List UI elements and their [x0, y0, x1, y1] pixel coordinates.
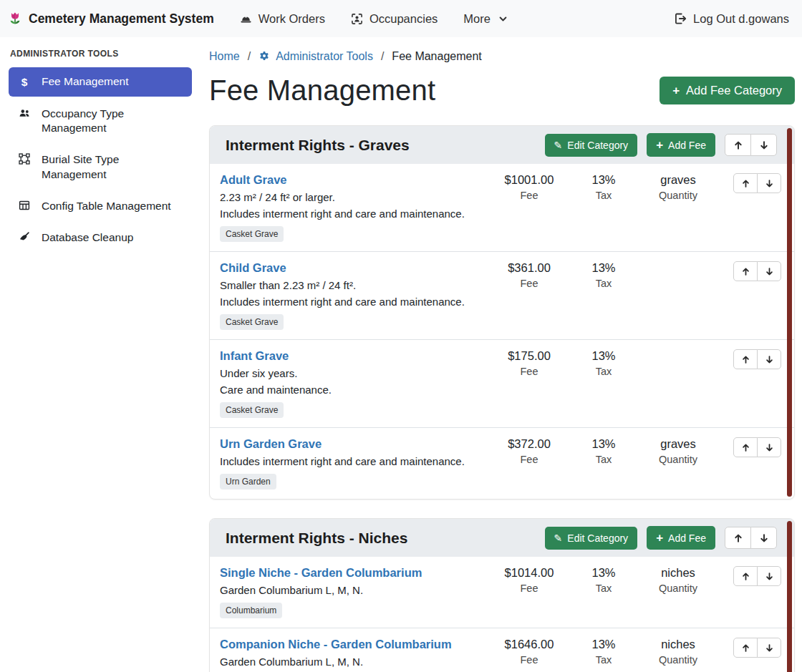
- arrow-up-icon: [741, 179, 750, 188]
- move-fee-up-button[interactable]: [733, 566, 758, 586]
- move-fee-down-button[interactable]: [757, 437, 781, 457]
- fee-row: Urn Garden Grave Includes interment righ…: [210, 427, 794, 499]
- card-scrollbar[interactable]: [787, 521, 792, 672]
- arrow-down-icon: [765, 179, 774, 188]
- move-fee-up-button[interactable]: [733, 638, 758, 658]
- card-scrollbar[interactable]: [787, 128, 792, 497]
- move-fee-down-button[interactable]: [757, 349, 781, 369]
- move-category-down-button[interactable]: [750, 134, 777, 156]
- move-fee-down-button[interactable]: [757, 261, 781, 281]
- fee-reorder-group: [733, 566, 781, 586]
- fee-description: Garden Columbarium L, M, N.: [220, 656, 486, 668]
- fee-row: Infant Grave Under six years.Care and ma…: [210, 339, 794, 427]
- hard-hat-icon: [240, 13, 252, 25]
- fee-tax-value: 13%: [566, 349, 641, 363]
- fee-tax-value: 13%: [566, 173, 641, 187]
- move-fee-up-button[interactable]: [733, 261, 758, 281]
- fee-description: Includes interment right and care and ma…: [220, 455, 486, 467]
- sidebar-item-burial-site-type-management[interactable]: Burial Site Type Management: [9, 145, 192, 188]
- fee-quantity-col: graves Quantity: [641, 437, 715, 490]
- breadcrumb-admin-tools-link[interactable]: Administrator Tools: [259, 50, 373, 63]
- category-header: Interment Rights - Graves ✎ Edit Categor…: [210, 126, 794, 164]
- fee-name-link[interactable]: Child Grave: [220, 261, 286, 275]
- fee-name-link[interactable]: Single Niche - Garden Columbarium: [220, 566, 422, 580]
- arrow-up-icon: [741, 443, 750, 452]
- sidebar-item-fee-management[interactable]: $ Fee Management: [9, 67, 192, 97]
- fee-amount-col: $1646.00 Fee: [492, 638, 566, 672]
- sidebar-item-label: Occupancy Type Management: [42, 107, 183, 135]
- fee-tax-value: 13%: [566, 566, 641, 580]
- breadcrumb-separator: /: [248, 50, 251, 63]
- fee-name-link[interactable]: Urn Garden Grave: [220, 437, 322, 451]
- fee-amount-value: $372.00: [492, 437, 566, 451]
- fee-description-line: Care and maintenance.: [220, 384, 486, 396]
- move-category-up-button[interactable]: [725, 134, 751, 156]
- move-fee-up-button[interactable]: [733, 349, 758, 369]
- add-fee-category-button[interactable]: + Add Fee Category: [660, 77, 795, 104]
- sidebar-item-occupancy-type-management[interactable]: Occupancy Type Management: [9, 99, 192, 142]
- move-fee-up-button[interactable]: [733, 437, 758, 457]
- arrow-up-icon: [733, 140, 743, 150]
- breadcrumb-separator: /: [381, 50, 384, 63]
- nav-more[interactable]: More: [463, 12, 508, 26]
- fee-tax-label: Tax: [566, 654, 641, 666]
- sidebar-item-config-table-management[interactable]: Config Table Management: [9, 192, 192, 220]
- fee-quantity-label: Quantity: [641, 190, 715, 201]
- fee-description-line: Includes interment right and care and ma…: [220, 208, 486, 220]
- move-fee-up-button[interactable]: [733, 173, 758, 193]
- app-brand[interactable]: Cemetery Management System: [7, 10, 214, 27]
- edit-category-button[interactable]: ✎ Edit Category: [545, 134, 638, 157]
- nav-more-label: More: [463, 12, 491, 26]
- arrow-down-icon: [765, 572, 774, 581]
- pencil-icon: ✎: [554, 140, 563, 150]
- fee-tax-value: 13%: [566, 261, 641, 275]
- move-category-down-button[interactable]: [750, 527, 777, 549]
- gear-icon: [259, 51, 270, 62]
- move-category-up-button[interactable]: [725, 527, 751, 549]
- edit-category-button[interactable]: ✎ Edit Category: [545, 527, 638, 550]
- fee-reorder-group: [733, 261, 781, 281]
- category-reorder-group: [725, 134, 777, 156]
- fee-description-line: 2.23 m² / 24 ft² or larger.: [220, 191, 486, 203]
- pencil-icon: ✎: [554, 533, 563, 543]
- breadcrumb-home-link[interactable]: Home: [209, 50, 240, 63]
- fee-name-link[interactable]: Companion Niche - Garden Columbarium: [220, 638, 452, 651]
- fee-quantity-label: Quantity: [641, 583, 715, 594]
- fee-description-line: Smaller than 2.23 m² / 24 ft².: [220, 279, 486, 291]
- fee-amount-col: $175.00 Fee: [492, 349, 566, 418]
- fee-tax-label: Tax: [566, 583, 641, 594]
- logout-link[interactable]: Log Out d.gowans: [674, 12, 789, 26]
- fee-amount-col: $1014.00 Fee: [492, 566, 566, 618]
- fee-amount-label: Fee: [492, 366, 566, 377]
- sidebar-item-database-cleanup[interactable]: Database Cleanup: [9, 223, 192, 252]
- fee-tax-value: 13%: [566, 437, 641, 451]
- move-fee-down-button[interactable]: [757, 173, 781, 193]
- move-fee-down-button[interactable]: [757, 638, 781, 658]
- arrow-down-icon: [765, 443, 774, 452]
- add-fee-button[interactable]: + Add Fee: [647, 133, 715, 157]
- move-fee-down-button[interactable]: [757, 566, 781, 586]
- fee-tax-col: 13% Tax: [566, 566, 641, 618]
- arrow-down-icon: [765, 643, 774, 653]
- app-title: Cemetery Management System: [29, 11, 214, 26]
- fee-amount-label: Fee: [492, 454, 566, 465]
- sidebar-item-label: Burial Site Type Management: [42, 152, 183, 181]
- sidebar-item-label: Config Table Management: [42, 199, 171, 213]
- nav-occupancies-label: Occupancies: [369, 12, 438, 26]
- arrow-down-icon: [765, 355, 774, 364]
- nav-work-orders[interactable]: Work Orders: [240, 12, 325, 26]
- fee-name-link[interactable]: Infant Grave: [220, 349, 289, 363]
- fee-tax-label: Tax: [566, 454, 641, 465]
- edit-category-label: Edit Category: [567, 140, 628, 151]
- fee-amount-value: $175.00: [492, 349, 566, 363]
- add-fee-button[interactable]: + Add Fee: [647, 526, 715, 550]
- sidebar-item-label: Fee Management: [42, 74, 129, 89]
- fee-row: Child Grave Smaller than 2.23 m² / 24 ft…: [210, 251, 794, 339]
- fee-category-card: Interment Rights - Graves ✎ Edit Categor…: [209, 125, 795, 500]
- fee-name-link[interactable]: Adult Grave: [220, 173, 287, 187]
- nav-occupancies[interactable]: Occupancies: [351, 12, 438, 26]
- sidebar-heading: ADMINISTRATOR TOOLS: [10, 49, 192, 59]
- fee-type-badge: Urn Garden: [220, 474, 276, 490]
- fee-description: Under six years.Care and maintenance.: [220, 367, 486, 396]
- fee-quantity-value: graves: [641, 173, 715, 187]
